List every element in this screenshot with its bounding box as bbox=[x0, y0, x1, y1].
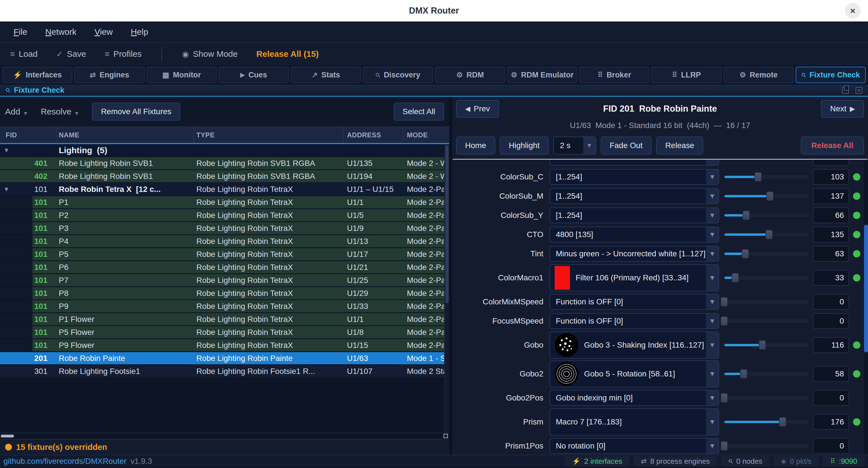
param-slider[interactable] bbox=[724, 272, 809, 283]
slider-track[interactable] bbox=[724, 444, 809, 447]
table-row[interactable]: 101 P4 Robe Lighting Robin TetraX U1/13 … bbox=[0, 235, 449, 248]
status-chip[interactable]: 0 nodes bbox=[721, 456, 770, 466]
table-row[interactable]: 101 P9 Robe Lighting Robin TetraX U1/33 … bbox=[0, 300, 449, 313]
param-select[interactable]: Gobo 3 - Shaking Index [116..127] ▼ bbox=[550, 332, 719, 358]
status-chip[interactable]: 2 interfaces bbox=[565, 456, 629, 466]
tab[interactable]: LLRP bbox=[651, 67, 721, 83]
slider-track[interactable] bbox=[724, 372, 809, 375]
table-row[interactable]: 101 P5 Robe Lighting Robin TetraX U1/17 … bbox=[0, 248, 449, 261]
param-select[interactable]: Gobo indexing min [0] ▼ bbox=[550, 390, 719, 406]
show-mode-button[interactable]: ◉ Show Mode bbox=[182, 49, 238, 59]
param-value[interactable]: 0 bbox=[813, 294, 849, 310]
param-slider[interactable] bbox=[724, 368, 809, 379]
param-value[interactable]: 58 bbox=[813, 366, 849, 382]
column-header-name[interactable]: NAME bbox=[57, 127, 194, 143]
slider-track[interactable] bbox=[724, 344, 809, 346]
param-value[interactable]: 0 bbox=[813, 313, 849, 329]
remove-all-fixtures-button[interactable]: Remove All Fixtures bbox=[92, 102, 180, 121]
menu-item[interactable]: File bbox=[4, 27, 36, 37]
slider-handle[interactable] bbox=[720, 316, 728, 326]
tab[interactable]: Remote bbox=[724, 67, 794, 83]
tab[interactable]: Stats bbox=[291, 67, 361, 83]
param-select[interactable]: Function is OFF [0] ▼ bbox=[550, 294, 719, 310]
tab[interactable]: Cues bbox=[219, 67, 289, 83]
table-vertical-scrollbar[interactable] bbox=[444, 144, 449, 433]
param-value[interactable]: 103 bbox=[813, 169, 849, 185]
tab[interactable]: Monitor bbox=[147, 67, 217, 83]
slider-handle[interactable] bbox=[720, 441, 728, 451]
param-select[interactable]: Minus green - > Uncorrected white [1..12… bbox=[550, 246, 719, 262]
table-horizontal-scrollbar[interactable] bbox=[0, 433, 449, 439]
save-button[interactable]: ✓ Save bbox=[56, 49, 86, 59]
column-header-address[interactable]: ADDRESS bbox=[344, 127, 403, 143]
tab[interactable]: RDM bbox=[435, 67, 505, 83]
param-slider[interactable] bbox=[724, 190, 809, 202]
param-select[interactable]: Function is OFF [0] ▼ bbox=[550, 313, 719, 329]
add-dropdown[interactable]: Add ▼ bbox=[5, 107, 28, 117]
tab[interactable]: Fixture Check bbox=[796, 67, 866, 83]
table-row[interactable]: 101 P1 Robe Lighting Robin TetraX U1/1 M… bbox=[0, 196, 449, 209]
tab[interactable]: Discovery bbox=[363, 67, 433, 83]
param-value[interactable]: 0 bbox=[813, 390, 849, 406]
tab[interactable]: RDM Emulator bbox=[507, 67, 577, 83]
panel-splitter[interactable] bbox=[449, 97, 452, 455]
status-chip[interactable]: :9090 bbox=[823, 456, 865, 466]
param-slider[interactable] bbox=[724, 416, 809, 428]
param-select[interactable]: Macro 7 [176..183] ▼ bbox=[550, 408, 719, 436]
param-value[interactable]: 0 bbox=[813, 438, 849, 454]
param-value[interactable]: 176 bbox=[813, 414, 849, 430]
release-all-toolbar-button[interactable]: Release All (15) bbox=[256, 49, 319, 59]
release-button[interactable]: Release bbox=[656, 136, 703, 155]
param-value[interactable]: 116 bbox=[813, 337, 849, 353]
table-row[interactable]: 401 Robe Lighting Robin SVB1 Robe Lighti… bbox=[0, 157, 449, 170]
param-select[interactable]: No rotation [0] ▼ bbox=[550, 438, 719, 454]
load-button[interactable]: ≡ Load bbox=[10, 49, 38, 59]
table-row[interactable]: 101 P7 Robe Lighting Robin TetraX U1/25 … bbox=[0, 274, 449, 287]
table-row[interactable]: 101 P9 Flower Robe Lighting Robin TetraX… bbox=[0, 339, 449, 352]
scrollbar-thumb[interactable] bbox=[1, 435, 14, 437]
scrollbar-thumb[interactable] bbox=[864, 225, 868, 352]
expander-icon[interactable]: ▼ bbox=[0, 147, 15, 154]
table-row[interactable]: 101 P8 Robe Lighting Robin TetraX U1/29 … bbox=[0, 287, 449, 300]
param-select[interactable]: Filter 106 (Primary Red) [33..34] ▼ bbox=[550, 264, 719, 291]
slider-track[interactable] bbox=[724, 397, 809, 399]
scrollbar-thumb[interactable] bbox=[445, 145, 449, 303]
fade-time-select[interactable]: 2 s ▼ bbox=[553, 136, 596, 155]
slider-handle[interactable] bbox=[779, 417, 786, 427]
resolve-dropdown[interactable]: Resolve ▼ bbox=[41, 107, 80, 117]
window-close-button[interactable]: × bbox=[845, 3, 861, 19]
dock-close-icon[interactable]: × bbox=[856, 87, 862, 94]
param-slider[interactable] bbox=[724, 210, 809, 221]
slider-track[interactable] bbox=[724, 252, 809, 255]
param-value[interactable]: 63 bbox=[813, 246, 849, 262]
slider-handle[interactable] bbox=[766, 191, 774, 201]
tab[interactable]: Interfaces bbox=[2, 67, 72, 83]
slider-handle[interactable] bbox=[732, 273, 739, 283]
home-button[interactable]: Home bbox=[456, 136, 495, 155]
param-select[interactable]: [1..254] ▼ bbox=[550, 208, 719, 223]
slider-track[interactable] bbox=[724, 301, 809, 303]
column-header-mode[interactable]: MODE bbox=[403, 127, 449, 143]
slider-handle[interactable] bbox=[740, 369, 747, 379]
slider-track[interactable] bbox=[724, 176, 809, 178]
menu-item[interactable]: Network bbox=[36, 27, 85, 37]
slider-handle[interactable] bbox=[758, 340, 766, 350]
param-value[interactable]: 135 bbox=[813, 227, 849, 243]
param-slider[interactable] bbox=[724, 229, 809, 240]
status-chip[interactable]: 8 process engines bbox=[633, 456, 717, 466]
param-slider[interactable] bbox=[724, 296, 809, 308]
param-slider[interactable] bbox=[724, 440, 809, 451]
param-slider[interactable] bbox=[724, 392, 809, 404]
param-slider[interactable] bbox=[724, 339, 809, 351]
highlight-button[interactable]: Highlight bbox=[500, 136, 549, 155]
table-row[interactable]: 101 P5 Flower Robe Lighting Robin TetraX… bbox=[0, 326, 449, 339]
slider-handle[interactable] bbox=[720, 297, 728, 307]
table-row[interactable]: 201 Robe Robin Painte Robe Lighting Robi… bbox=[0, 352, 449, 365]
tab[interactable]: Engines bbox=[74, 67, 144, 83]
table-row[interactable]: ▼ 101 Robe Robin Tetra X [12 c... Robe L… bbox=[0, 183, 449, 196]
menu-item[interactable]: Help bbox=[122, 27, 157, 37]
param-value[interactable]: 137 bbox=[813, 188, 849, 204]
menu-item[interactable]: View bbox=[85, 27, 122, 37]
prev-fixture-button[interactable]: ◀ Prev bbox=[456, 100, 499, 118]
select-all-button[interactable]: Select All bbox=[394, 102, 444, 121]
